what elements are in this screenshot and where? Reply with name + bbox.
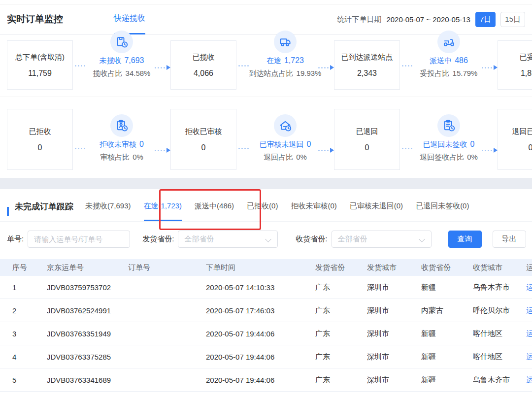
flow-connector-dots xyxy=(74,148,86,149)
stat-flow-step: 已退回未签收0退回签收占比0% xyxy=(400,109,498,162)
waybill-input[interactable] xyxy=(28,231,130,248)
stat-ratio: 揽收占比34.58% xyxy=(93,69,151,78)
stat-card: 已退回0 xyxy=(334,109,400,170)
stat-value: 0 xyxy=(470,140,475,148)
stat-link[interactable]: 派送中486 xyxy=(430,56,468,66)
chevron-down-icon xyxy=(265,236,271,242)
waybill-track-link[interactable]: 运单跟踪 xyxy=(526,352,532,362)
nav-tab-express-pickup[interactable]: 快递揽收 xyxy=(114,4,145,34)
ratio-label: 审核占比 xyxy=(100,153,130,161)
table-cell: JDVB03763375285 xyxy=(47,353,128,361)
range-button-7日[interactable]: 7日 xyxy=(475,12,496,27)
waybill-track-link[interactable]: 运单跟踪 xyxy=(526,306,532,315)
table-cell: 2020-05-07 19:44:06 xyxy=(206,330,315,338)
stat-flow-step: 拒收未审核0审核占比0% xyxy=(73,109,170,162)
tracking-tab[interactable]: 已审核未退回(0) xyxy=(350,201,403,221)
tracking-tab[interactable]: 在途(1,723) xyxy=(144,201,182,221)
stat-card-label: 已妥投 xyxy=(520,53,532,62)
table-cell: 新疆 xyxy=(421,329,473,338)
recv-province-label: 收货省份: xyxy=(296,234,327,244)
table-cell: 喀什地区 xyxy=(473,352,526,362)
table-row: 3JDVB037633519492020-05-07 19:44:06广东深圳市… xyxy=(0,322,532,345)
table-cell: 1 xyxy=(12,283,47,292)
date-range-value: 2020-05-07 ~ 2020-05-13 xyxy=(386,15,470,24)
waybill-track-link[interactable]: 运单跟踪 xyxy=(526,375,532,385)
range-button-15日[interactable]: 15日 xyxy=(500,12,525,27)
stat-label: 已审核未退回 xyxy=(260,140,304,148)
ratio-label: 到达站点占比 xyxy=(249,69,294,77)
stat-value: 0 xyxy=(139,140,144,148)
stat-link[interactable]: 未揽收7,693 xyxy=(99,56,144,66)
page-header: 实时订单监控 快递揽收 统计下单日期 2020-05-07 ~ 2020-05-… xyxy=(0,4,532,34)
table-row: 4JDVB037633752852020-05-07 19:44:06广东深圳市… xyxy=(0,345,532,368)
table-row: 1JDVB037597537022020-05-07 14:10:33广东深圳市… xyxy=(0,276,532,299)
waybill-track-link[interactable]: 运单跟踪 xyxy=(526,283,532,292)
tracking-tab[interactable]: 拒收未审核(0) xyxy=(291,201,336,221)
tracking-tab[interactable]: 已拒收(0) xyxy=(247,201,278,221)
flow-connector-arrow xyxy=(154,65,170,70)
top-strip xyxy=(0,0,532,4)
export-button[interactable]: 导出 xyxy=(493,231,526,248)
table-cell: 新疆 xyxy=(421,375,473,385)
tracking-tab[interactable]: 未揽收(7,693) xyxy=(85,201,131,221)
stat-card-label: 已揽收 xyxy=(193,53,215,62)
stat-value: 0 xyxy=(307,140,311,148)
tracking-tab[interactable]: 已退回未签收(0) xyxy=(416,201,469,221)
waybill-track-link[interactable]: 运单跟踪 xyxy=(526,329,532,338)
section-title-marker xyxy=(7,207,9,216)
tracking-tabs: 未揽收(7,693)在途(1,723)派送中(486)已拒收(0)拒收未审核(0… xyxy=(85,201,469,221)
funnel-row-forward: 总下单(含取消)11,759未揽收7,693揽收占比34.58%已揽收4,066… xyxy=(0,34,532,90)
ratio-value: 0% xyxy=(467,153,478,161)
stat-card-value: 4,066 xyxy=(194,69,213,78)
tracking-tab[interactable]: 派送中(486) xyxy=(195,201,234,221)
stat-link[interactable]: 拒收未审核0 xyxy=(100,140,144,149)
table-cell: 广东 xyxy=(315,375,367,385)
table-column-header: 收货省份 xyxy=(421,263,473,272)
stat-card-value: 11,759 xyxy=(28,69,52,78)
stat-link[interactable]: 已审核未退回0 xyxy=(260,140,311,149)
search-button[interactable]: 查询 xyxy=(448,231,482,248)
table-cell: 深圳市 xyxy=(367,283,421,292)
stat-flow-step: 派送中486妥投占比15.79% xyxy=(400,34,498,78)
recv-province-select[interactable]: 全部省份 xyxy=(332,231,432,248)
stat-link[interactable]: 已退回未签收0 xyxy=(423,140,475,149)
ratio-value: 0% xyxy=(133,153,143,161)
section-separator xyxy=(0,178,532,189)
table-cell: 5 xyxy=(12,376,47,384)
flow-connector-arrow xyxy=(481,148,498,153)
stat-ratio: 退回占比0% xyxy=(264,153,307,162)
table-cell: JDVB03763341689 xyxy=(47,376,128,384)
waybill-label: 单号: xyxy=(7,234,24,244)
table-cell: 2020-05-07 19:44:06 xyxy=(206,376,315,384)
ratio-value: 15.79% xyxy=(453,69,478,77)
stat-link[interactable]: 在途1,723 xyxy=(266,56,304,66)
table-cell: 2020-05-07 17:46:03 xyxy=(206,306,315,315)
table-cell: 广东 xyxy=(315,283,367,292)
table-cell: 2020-05-07 14:10:33 xyxy=(206,283,315,292)
ratio-value: 34.58% xyxy=(126,69,151,77)
stat-value: 7,693 xyxy=(124,56,144,65)
table-cell: 深圳市 xyxy=(367,352,421,362)
flow-connector-dots xyxy=(237,148,249,149)
ratio-label: 退回占比 xyxy=(264,153,293,161)
send-province-value: 全部省份 xyxy=(184,234,214,244)
stat-card-value: 1,857 xyxy=(521,69,532,78)
stat-card-value: 0 xyxy=(529,143,532,152)
table-column-header: 发货城市 xyxy=(367,263,421,272)
waybill-table: 序号京东运单号订单号下单时间发货省份发货城市收货省份收货城市运单状态 1JDVB… xyxy=(0,259,532,392)
stat-card-value: 0 xyxy=(365,143,369,152)
stat-label: 在途 xyxy=(266,56,281,65)
funnel-divider xyxy=(0,97,532,97)
send-province-select[interactable]: 全部省份 xyxy=(178,231,278,248)
ratio-label: 退回签收占比 xyxy=(420,153,464,161)
stat-ratio: 退回签收占比0% xyxy=(420,153,478,162)
table-cell: JDVB03762524991 xyxy=(47,306,128,315)
stat-ratio: 妥投占比15.79% xyxy=(420,69,478,78)
stat-card: 已揽收4,066 xyxy=(170,40,236,90)
table-cell: 内蒙古 xyxy=(421,306,473,315)
parcel-clock-icon xyxy=(110,31,133,53)
order-funnel-panel: 总下单(含取消)11,759未揽收7,693揽收占比34.58%已揽收4,066… xyxy=(0,34,532,178)
table-column-header: 发货省份 xyxy=(315,263,367,272)
table-column-header: 订单号 xyxy=(128,263,206,272)
stat-card-value: 0 xyxy=(38,143,42,152)
